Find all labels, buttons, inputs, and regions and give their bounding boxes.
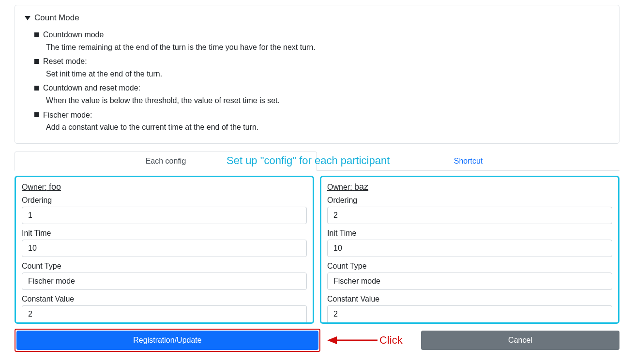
ordering-input[interactable]	[22, 207, 307, 224]
mode-item: Countdown and reset mode: When the value…	[34, 82, 609, 106]
arrow-left-icon	[327, 335, 377, 345]
click-label: Click	[379, 334, 403, 347]
count-mode-list: Countdown mode The time remaining at the…	[25, 29, 609, 134]
mode-item: Reset mode: Set init time at the end of …	[34, 55, 609, 80]
count-type-input[interactable]	[22, 273, 307, 290]
owner-line: Owner: foo	[22, 182, 307, 192]
config-tabs: Each config Shortcut Set up "config" for…	[15, 152, 619, 171]
mode-name: Countdown mode	[43, 29, 104, 41]
constant-value-label: Constant Value	[327, 295, 612, 303]
mode-desc: The time remaining at the end of the tur…	[34, 41, 609, 54]
owner-line: Owner: baz	[327, 182, 612, 192]
init-time-label: Init Time	[327, 229, 612, 238]
square-bullet-icon	[34, 32, 39, 37]
mode-name: Fischer mode:	[43, 109, 92, 121]
init-time-input[interactable]	[327, 240, 612, 257]
mode-desc: Add a constant value to the current time…	[34, 121, 609, 134]
mode-item: Fischer mode: Add a constant value to th…	[34, 109, 609, 134]
mode-name: Reset mode:	[43, 55, 87, 68]
register-highlight: Registration/Update	[15, 329, 320, 352]
mode-desc: Set init time at the end of the turn.	[34, 68, 609, 80]
owner-prefix: Owner:	[22, 183, 47, 191]
count-type-input[interactable]	[327, 273, 612, 290]
init-time-label: Init Time	[22, 229, 307, 238]
constant-value-input[interactable]	[327, 305, 612, 322]
constant-value-input[interactable]	[22, 305, 307, 322]
owner-name: baz	[354, 182, 368, 192]
mode-name: Countdown and reset mode:	[43, 82, 140, 94]
config-panel-foo: Owner: foo Ordering Init Time Count Type…	[15, 176, 314, 324]
ordering-input[interactable]	[327, 207, 612, 224]
svg-marker-1	[327, 336, 337, 344]
square-bullet-icon	[34, 86, 39, 91]
owner-prefix: Owner:	[327, 183, 352, 191]
init-time-input[interactable]	[22, 240, 307, 257]
count-mode-card: Count Mode Countdown mode The time remai…	[15, 5, 619, 144]
mode-desc: When the value is below the threshold, t…	[34, 94, 609, 107]
square-bullet-icon	[34, 112, 39, 117]
count-mode-summary[interactable]: Count Mode	[25, 13, 609, 23]
owner-name: foo	[49, 182, 61, 192]
count-type-label: Count Type	[22, 262, 307, 271]
count-mode-title: Count Mode	[34, 13, 79, 23]
chevron-down-icon	[25, 16, 30, 20]
square-bullet-icon	[34, 59, 39, 64]
mode-item: Countdown mode The time remaining at the…	[34, 29, 609, 53]
tab-each-config[interactable]: Each config	[15, 152, 317, 171]
ordering-label: Ordering	[22, 196, 307, 205]
click-annotation: Click	[327, 331, 414, 350]
config-panel-baz: Owner: baz Ordering Init Time Count Type…	[320, 176, 619, 324]
ordering-label: Ordering	[327, 196, 612, 205]
configs-row: Owner: foo Ordering Init Time Count Type…	[15, 176, 619, 324]
constant-value-label: Constant Value	[22, 295, 307, 303]
actions-row: Registration/Update Click Cancel	[15, 329, 619, 352]
register-button[interactable]: Registration/Update	[16, 331, 318, 350]
cancel-button[interactable]: Cancel	[421, 331, 619, 350]
tab-shortcut[interactable]: Shortcut	[317, 152, 619, 171]
count-type-label: Count Type	[327, 262, 612, 271]
